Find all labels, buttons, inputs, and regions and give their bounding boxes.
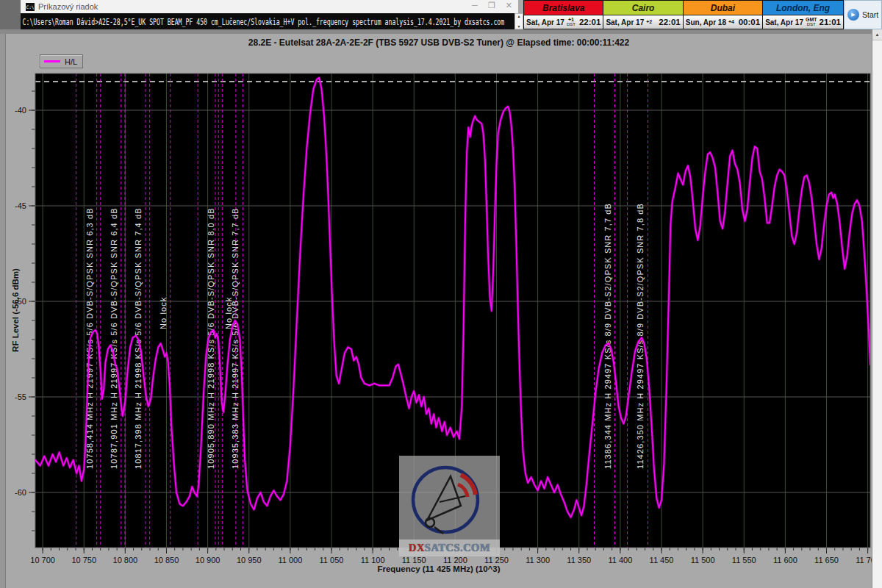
- svg-text:11 450: 11 450: [650, 556, 674, 564]
- cmd-console-line[interactable]: C:\Users\Roman Dávid>A2E-28,5°E_UK SPOT …: [21, 13, 514, 29]
- chart-legend: H/L: [40, 54, 83, 68]
- svg-text:-55: -55: [15, 392, 26, 401]
- svg-text:11 000: 11 000: [278, 556, 302, 564]
- chart-title: 28.2E - Eutelsat 28A-2A-2E-2F (TBS 5927 …: [6, 37, 872, 48]
- svg-text:-40: -40: [15, 106, 26, 115]
- clock-city-label: Cairo: [603, 1, 682, 15]
- right-scrollbar[interactable]: ▲: [872, 29, 882, 588]
- start-button[interactable]: Start: [862, 10, 878, 19]
- svg-text:11 100: 11 100: [361, 556, 385, 564]
- clock-time: 00:01: [739, 18, 760, 26]
- svg-text:11 300: 11 300: [526, 556, 550, 564]
- close-icon[interactable]: ✕: [506, 1, 512, 10]
- desktop-corner: [0, 0, 21, 31]
- clock-cairo[interactable]: Cairo Sat, Apr 17 +2 22:01: [603, 1, 683, 29]
- scroll-up-icon[interactable]: ▲: [872, 29, 882, 40]
- svg-text:-60: -60: [15, 488, 26, 497]
- svg-text:11 650: 11 650: [814, 556, 839, 564]
- satellite-dish-logo: [399, 456, 500, 539]
- svg-text:11386,344 MHz H 29497 KS/s 8/9: 11386,344 MHz H 29497 KS/s 8/9 DVB-S2/QP…: [603, 203, 612, 469]
- cmd-icon: C:\: [26, 3, 35, 11]
- svg-text:10817,398 MHz H 21998 KS/s 5/6: 10817,398 MHz H 21998 KS/s 5/6 DVB-S/QPS…: [134, 207, 143, 469]
- maximize-icon[interactable]: ❐: [488, 1, 495, 10]
- svg-text:10 700: 10 700: [30, 556, 55, 564]
- scroll-up-icon[interactable]: ▲: [517, 14, 521, 18]
- svg-text:10935,383 MHz H 21997 KS/s 5/6: 10935,383 MHz H 21997 KS/s 5/6 DVB-S/QPS…: [231, 207, 240, 469]
- clock-city-label: London, Eng: [763, 1, 843, 15]
- svg-text:11 250: 11 250: [484, 556, 509, 564]
- y-axis-title: RF Level (-56,6 dBm): [11, 248, 20, 373]
- svg-text:10 950: 10 950: [237, 556, 262, 564]
- dxsatcs-watermark: DXSATCS.COM: [399, 456, 500, 556]
- svg-text:10 800: 10 800: [113, 556, 138, 564]
- scroll-down-icon[interactable]: ▼: [517, 24, 521, 29]
- clock-time: 22:01: [659, 18, 680, 26]
- clock-bratislava[interactable]: Bratislava Sat, Apr 17 +1 DST 22:01: [524, 1, 603, 29]
- svg-text:10 900: 10 900: [196, 556, 220, 564]
- clock-time: 21:01: [820, 18, 841, 26]
- svg-text:10758,414 MHz H 21997 KS/s 5/6: 10758,414 MHz H 21997 KS/s 5/6 DVB-S/QPS…: [85, 207, 94, 469]
- cmd-command-text: C:\Users\Roman Dávid>A2E-28,5°E_UK SPOT …: [21, 16, 504, 27]
- start-panel: ▶ Start: [844, 0, 882, 29]
- svg-text:10 850: 10 850: [154, 556, 179, 564]
- clock-london[interactable]: London, Eng Sat, Apr 17 GMT DST 21:01: [763, 1, 843, 29]
- window-edge-left: [0, 34, 6, 588]
- svg-text:-45: -45: [15, 201, 26, 210]
- svg-text:10905,890 MHz H 21998 KS/s 5/6: 10905,890 MHz H 21998 KS/s 5/6 DVB-S/QPS…: [207, 207, 215, 469]
- svg-text:11 200: 11 200: [443, 556, 467, 564]
- svg-text:11 700: 11 700: [856, 556, 872, 564]
- spectrum-chart: 28.2E - Eutelsat 28A-2A-2E-2F (TBS 5927 …: [6, 34, 872, 588]
- clock-utc-offset: +2: [646, 20, 652, 24]
- svg-text:No lock: No lock: [159, 297, 168, 329]
- svg-text:11 550: 11 550: [732, 556, 756, 564]
- cmd-window-title: Príkazový riadok: [38, 2, 98, 11]
- svg-text:11 050: 11 050: [320, 556, 344, 564]
- legend-line-swatch: [44, 60, 60, 62]
- svg-text:10787,901 MHz H 21997 KS/s 5/6: 10787,901 MHz H 21997 KS/s 5/6 DVB-S/QPS…: [110, 207, 118, 469]
- clock-utc-offset: +4: [728, 20, 734, 24]
- cmd-window-titlebar[interactable]: C:\ Príkazový riadok ─ ❐ ✕: [21, 0, 518, 14]
- clock-utc-offset: +1 DST: [567, 18, 576, 26]
- svg-text:11426,350 MHz H 29497 KS/s 8/9: 11426,350 MHz H 29497 KS/s 8/9 DVB-S2/QP…: [636, 203, 645, 469]
- legend-label: H/L: [65, 57, 77, 66]
- clock-date: Sat, Apr 17: [765, 18, 803, 26]
- clock-utc-offset: GMT DST: [806, 18, 817, 26]
- svg-text:10 750: 10 750: [71, 556, 96, 564]
- clock-date: Sat, Apr 17: [606, 18, 644, 26]
- svg-text:No lock: No lock: [224, 297, 233, 329]
- svg-text:11 600: 11 600: [773, 556, 797, 564]
- svg-text:11 500: 11 500: [691, 556, 715, 564]
- play-icon[interactable]: ▶: [847, 9, 859, 21]
- x-axis-title: Frequency (11 425 MHz) (10^3): [6, 564, 872, 573]
- watermark-text: DXSATCS.COM: [399, 539, 500, 556]
- clock-city-label: Bratislava: [524, 1, 603, 15]
- clock-city-label: Dubai: [684, 1, 762, 15]
- world-clocks: Bratislava Sat, Apr 17 +1 DST 22:01 Cair…: [523, 0, 844, 29]
- minimize-icon[interactable]: ─: [472, 1, 478, 10]
- clock-dubai[interactable]: Dubai Sun, Apr 18 +4 00:01: [684, 1, 763, 29]
- svg-text:11 350: 11 350: [567, 556, 591, 564]
- svg-text:11 150: 11 150: [402, 556, 426, 564]
- svg-text:11 400: 11 400: [608, 556, 632, 564]
- clock-time: 22:01: [579, 18, 600, 26]
- clock-date: Sun, Apr 18: [686, 18, 726, 26]
- window-controls: ─ ❐ ✕: [472, 1, 512, 10]
- cmd-scrollbar[interactable]: ▲ ▼: [514, 13, 523, 29]
- app-root: C:\ Príkazový riadok ─ ❐ ✕ C:\Users\Roma…: [0, 0, 882, 588]
- clock-date: Sat, Apr 17: [526, 18, 564, 26]
